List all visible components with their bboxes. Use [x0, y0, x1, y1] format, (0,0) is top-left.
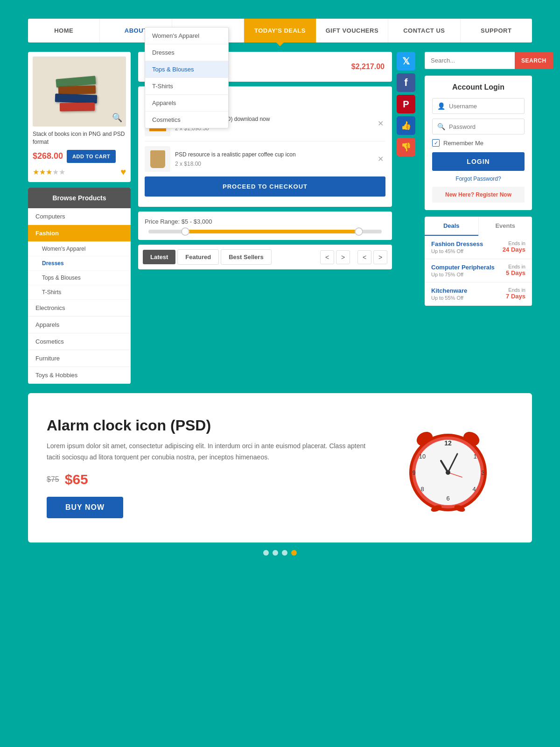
bag-price: $2,217.00 [351, 63, 385, 71]
deal-3-name[interactable]: Kitchenware [431, 287, 467, 294]
deal-1-name[interactable]: Fashion Dressess [431, 240, 483, 247]
left-column: 🔍 Stack of books icon in PNG and PSD for… [28, 52, 131, 384]
cart-item-2: PSD resource is a realistic paper coffee… [145, 141, 385, 176]
tab-nav-next2[interactable]: > [373, 250, 387, 264]
rating-row: ★★★★★ ♥ [33, 167, 126, 177]
cone-base [149, 128, 166, 131]
browse-apparels[interactable]: Apparels [28, 317, 131, 333]
remember-row: ✓ Remember Me [432, 139, 525, 147]
password-input[interactable] [449, 123, 519, 130]
facebook-button[interactable]: f [397, 73, 415, 92]
svg-point-15 [446, 470, 450, 475]
tab-nav-prev2[interactable]: < [357, 250, 371, 264]
navbar: HOME ABOUT STORE TODAY'S DEALS GIFT VOUC… [28, 19, 532, 42]
product-title: Stack of books icon in PNG and PSD forma… [33, 130, 126, 146]
tab-nav-next[interactable]: > [336, 250, 350, 264]
tab-featured[interactable]: Featured [177, 249, 219, 265]
dot-1[interactable] [263, 550, 269, 556]
dropdown-item-dresses[interactable]: Dresses [145, 44, 228, 61]
deals-tabs: Deals Events [425, 217, 532, 236]
cart-item-2-name: PSD resource is a realistic paper coffee… [175, 151, 371, 159]
svg-text:9: 9 [412, 469, 415, 476]
search-button[interactable]: SEARCH [515, 52, 553, 69]
nav-todays-deals[interactable]: TODAY'S DEALS [244, 19, 316, 42]
dot-3[interactable] [282, 550, 287, 556]
svg-text:6: 6 [446, 495, 449, 502]
pinterest-button[interactable]: P [397, 95, 415, 113]
cart-remove-2[interactable]: ✕ [376, 153, 385, 165]
dot-4[interactable] [291, 550, 297, 556]
login-panel: Account Login 👤 🔍 ✓ Remember Me LOGIN Fo… [425, 76, 532, 210]
login-button[interactable]: LOGIN [432, 152, 525, 171]
browse-cosmetics[interactable]: Cosmetics [28, 333, 131, 350]
nav-support[interactable]: SUPPORT [461, 19, 532, 42]
dropdown-item-tops[interactable]: Tops & Blouses [145, 61, 228, 78]
register-link[interactable]: New Here? Register Now [445, 191, 511, 198]
browse-computers[interactable]: Computers [28, 208, 131, 225]
product-price-row: $268.00 ADD TO CART [33, 150, 126, 163]
cart-remove-1[interactable]: ✕ [376, 117, 385, 130]
banner-right: 12 1 3 4 6 8 9 10 [383, 416, 513, 519]
book-stack-image [51, 63, 107, 120]
browse-electronics[interactable]: Electronics [28, 300, 131, 317]
add-to-cart-button[interactable]: ADD TO CART [67, 150, 116, 163]
remember-label: Remember Me [443, 140, 483, 147]
browse-womens-apparel[interactable]: Women's Apparel [28, 242, 131, 256]
search-bar: SEARCH [425, 52, 532, 69]
twitter-button[interactable]: 𝕏 [397, 52, 415, 70]
price-slider[interactable] [148, 230, 382, 233]
product-card: 🔍 Stack of books icon in PNG and PSD for… [28, 52, 131, 182]
deal-1-left: Fashion Dressess Up to 45% Off [431, 240, 483, 254]
browse-dresses[interactable]: Dresses [28, 256, 131, 271]
deal-item-1: Fashion Dressess Up to 45% Off Ends in 2… [425, 236, 532, 259]
browse-tops-blouses[interactable]: Tops & Blouses [28, 271, 131, 285]
like-button[interactable]: 👍 [397, 116, 415, 135]
tab-best-sellers[interactable]: Best Sellers [221, 249, 271, 265]
svg-text:1: 1 [473, 453, 476, 460]
deal-2-desc: Up to 75% Off [431, 272, 495, 277]
nav-home[interactable]: HOME [28, 19, 100, 42]
browse-furniture[interactable]: Furniture [28, 350, 131, 367]
nav-contact-us[interactable]: CONTACT US [388, 19, 460, 42]
deal-3-ends: Ends in [506, 287, 525, 293]
price-range-label: Price Range: $5 - $3,000 [145, 218, 385, 225]
buy-now-button[interactable]: BUY NOW [47, 497, 123, 518]
deals-tab-events[interactable]: Events [478, 217, 532, 236]
product-image: 🔍 [33, 56, 126, 127]
zoom-icon[interactable]: 🔍 [112, 113, 122, 123]
browse-fashion[interactable]: Fashion [28, 225, 131, 242]
forgot-password-link[interactable]: Forgot Password? [432, 176, 525, 182]
dot-2[interactable] [273, 550, 278, 556]
deal-3-left: Kitchenware Up to 55% Off [431, 287, 467, 301]
dropdown-item-tshirts[interactable]: T-Shirts [145, 78, 228, 95]
dropdown-item-cosmetics[interactable]: Cosmetics [145, 112, 228, 128]
featured-banner: Alarm clock icon (PSD) Lorem ipsum dolor… [28, 393, 532, 543]
dislike-button[interactable]: 👎 [397, 138, 415, 156]
nav-gift-vouchers[interactable]: GIFT VOUCHERS [316, 19, 388, 42]
tab-nav-prev[interactable]: < [320, 250, 334, 264]
browse-toys[interactable]: Toys & Hobbies [28, 367, 131, 384]
slider-handle-left[interactable] [181, 227, 189, 236]
search-input[interactable] [425, 52, 515, 69]
svg-text:12: 12 [444, 439, 452, 447]
deal-1-days: 24 Days [503, 246, 525, 253]
book-red [60, 102, 95, 111]
password-wrap: 🔍 [432, 119, 525, 134]
wishlist-heart-icon[interactable]: ♥ [120, 167, 126, 177]
deals-tab-deals[interactable]: Deals [425, 217, 478, 236]
dropdown-item-womens[interactable]: Women's Apparel [145, 28, 228, 44]
social-icons: 𝕏 f P 👍 👎 [397, 52, 417, 269]
deal-item-2: Computer Peripherals Up to 75% Off Ends … [425, 259, 532, 282]
remember-checkbox[interactable]: ✓ [432, 139, 440, 147]
deal-2-name[interactable]: Computer Peripherals [431, 264, 495, 271]
dropdown-menu: Women's Apparel Dresses Tops & Blouses T… [145, 27, 229, 128]
cart-item-2-info: PSD resource is a realistic paper coffee… [175, 151, 371, 167]
login-title: Account Login [432, 83, 525, 92]
browse-tshirts[interactable]: T-Shirts [28, 285, 131, 300]
checkout-button[interactable]: PROCEED TO CHECKOUT [145, 176, 385, 197]
slider-handle-right[interactable] [355, 227, 363, 236]
dropdown-item-apparels[interactable]: Apparels [145, 95, 228, 112]
username-input[interactable] [449, 103, 519, 110]
tab-latest[interactable]: Latest [143, 250, 175, 264]
user-icon: 👤 [437, 102, 445, 110]
